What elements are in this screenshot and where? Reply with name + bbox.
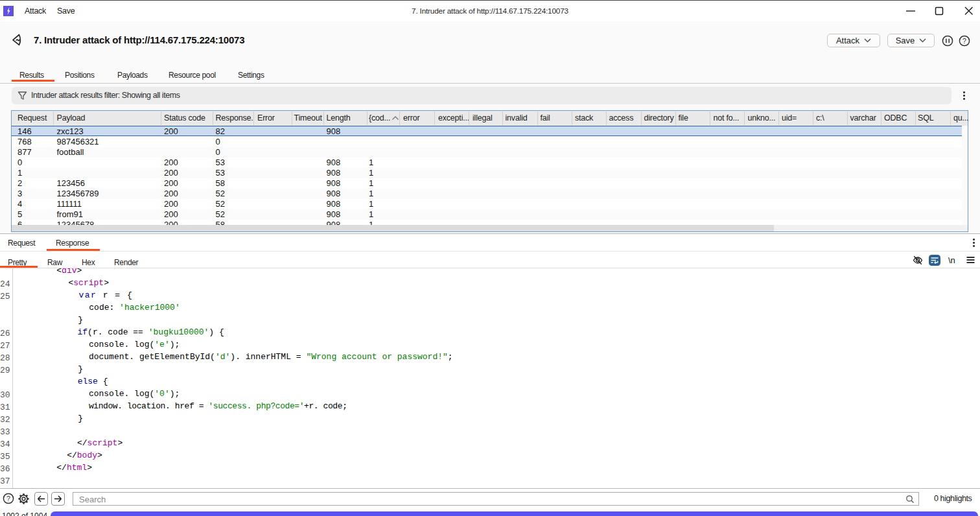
svg-text:?: ? [962,37,966,45]
svg-text:?: ? [6,495,10,502]
